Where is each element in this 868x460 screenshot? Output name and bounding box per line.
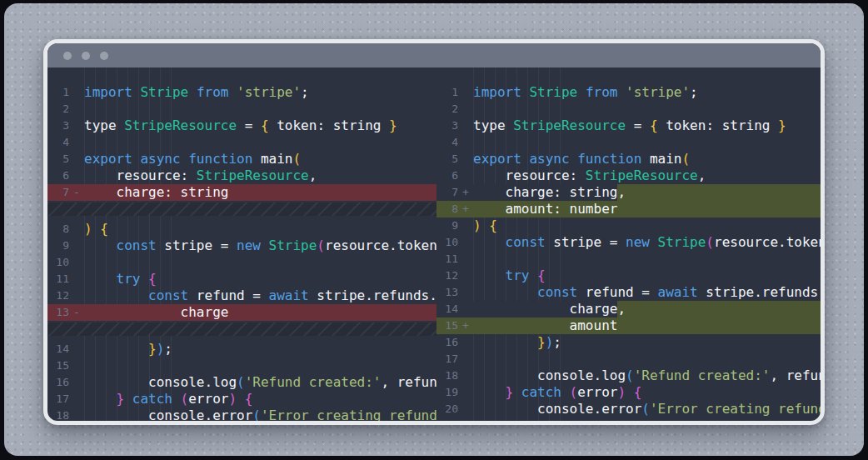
window-dot-icon[interactable]	[100, 52, 108, 60]
code-text: charge: string	[84, 184, 436, 201]
code-token: (	[317, 238, 325, 254]
code-token: {	[634, 384, 642, 401]
line-number: 7	[436, 184, 458, 201]
line-gutter: 5	[47, 151, 84, 168]
code-token: 'Refund created:'	[245, 374, 382, 391]
code-token: stripe.refunds.create	[317, 288, 436, 304]
code-token: }	[537, 334, 546, 351]
code-token: }	[389, 118, 397, 134]
code-text: ) {	[84, 221, 436, 238]
code-line: 17	[436, 351, 821, 368]
code-text: try {	[84, 271, 436, 288]
diff-filler-row	[47, 201, 436, 221]
code-text: charge	[84, 304, 436, 321]
line-gutter: 17	[436, 351, 473, 368]
code-token: export async function	[84, 151, 261, 168]
line-number: 11	[436, 251, 458, 268]
diff-split-view: 1import Stripe from 'stripe';23type Stri…	[47, 68, 821, 421]
code-text: resource: StripeResource,	[473, 168, 821, 184]
code-line: 10	[47, 254, 436, 271]
code-token: =	[634, 118, 650, 134]
code-token: Stripe	[529, 84, 585, 101]
code-token: resource:	[473, 168, 586, 184]
code-token	[237, 391, 245, 408]
line-number: 14	[47, 341, 69, 358]
code-token	[626, 384, 634, 401]
diff-removed-line: 7- charge: string	[47, 184, 436, 201]
hatch-pattern	[47, 322, 436, 336]
code-token: amount	[473, 318, 617, 334]
window-dot-icon[interactable]	[82, 52, 90, 60]
line-number: 1	[47, 84, 69, 101]
line-number: 8	[47, 221, 69, 238]
code-token: main	[261, 151, 293, 168]
code-token	[473, 334, 537, 351]
code-token: )	[157, 341, 165, 358]
code-token: (	[237, 374, 245, 391]
code-token: charge	[84, 304, 228, 321]
line-number: 9	[436, 218, 458, 234]
line-number: 3	[436, 118, 458, 134]
code-token: charge: string	[84, 184, 228, 201]
code-line: 6 resource: StripeResource,	[47, 168, 436, 184]
line-gutter: 11	[47, 271, 84, 288]
line-gutter: 16	[436, 334, 473, 351]
line-number: 8	[436, 201, 458, 218]
code-line: 1import Stripe from 'stripe';	[47, 84, 436, 101]
line-gutter: 15	[47, 358, 84, 374]
line-number: 13	[47, 304, 69, 321]
line-gutter: 6	[47, 168, 84, 184]
code-token: ,	[698, 168, 706, 184]
diff-pane-new[interactable]: 1import Stripe from 'stripe';23type Stri…	[436, 68, 821, 421]
code-token: refund =	[586, 284, 658, 301]
editor-window: 1import Stripe from 'stripe';23type Stri…	[43, 39, 825, 425]
line-number: 15	[47, 358, 69, 374]
diff-added-line: 8+ amount: number	[436, 201, 821, 218]
code-line: 11	[436, 251, 821, 268]
line-number: 5	[47, 151, 69, 168]
code-text: export async function main(	[473, 151, 821, 168]
code-text: } catch (error) {	[473, 384, 821, 401]
code-token: error	[577, 384, 617, 401]
code-token: refund =	[197, 288, 269, 304]
code-token: catch	[521, 384, 570, 401]
line-gutter: 10	[47, 254, 84, 271]
code-text: console.error('Error creating refund:', …	[84, 408, 436, 421]
code-text	[84, 101, 436, 118]
diff-pane-old[interactable]: 1import Stripe from 'stripe';23type Stri…	[47, 68, 436, 421]
code-token: ) {	[84, 221, 108, 238]
code-line: 2	[47, 101, 436, 118]
line-number: 18	[47, 408, 69, 421]
code-line: 4	[436, 134, 821, 151]
code-token: new	[237, 238, 269, 254]
code-token: console.log	[473, 368, 626, 384]
code-token: ;	[553, 334, 561, 351]
code-token: resource.token	[714, 234, 821, 251]
code-token: await	[269, 288, 317, 304]
line-number: 17	[47, 391, 69, 408]
line-gutter: 4	[436, 134, 473, 151]
line-gutter: 2	[436, 101, 473, 118]
line-number: 1	[436, 84, 458, 101]
code-token: Stripe	[269, 238, 317, 254]
line-gutter: 8	[47, 221, 84, 238]
code-token: (	[626, 368, 634, 384]
code-token: resource.token	[325, 238, 436, 254]
code-text: import Stripe from 'stripe';	[84, 84, 436, 101]
code-token: )	[617, 384, 626, 401]
code-token: const	[473, 284, 586, 301]
code-token: new	[626, 234, 658, 251]
line-number: 9	[47, 238, 69, 254]
code-token: charge: string	[473, 184, 617, 201]
line-gutter: 1	[47, 84, 84, 101]
code-token: const	[84, 238, 164, 254]
code-line: 18 console.error('Error creating refund:…	[47, 408, 436, 421]
code-token: resource:	[84, 168, 197, 184]
line-gutter: 15+	[436, 318, 473, 334]
line-number: 6	[47, 168, 69, 184]
code-token: type	[473, 118, 513, 134]
window-dot-icon[interactable]	[63, 52, 72, 60]
line-gutter: 8+	[436, 201, 473, 218]
line-number: 10	[47, 254, 69, 271]
code-text: resource: StripeResource,	[84, 168, 436, 184]
